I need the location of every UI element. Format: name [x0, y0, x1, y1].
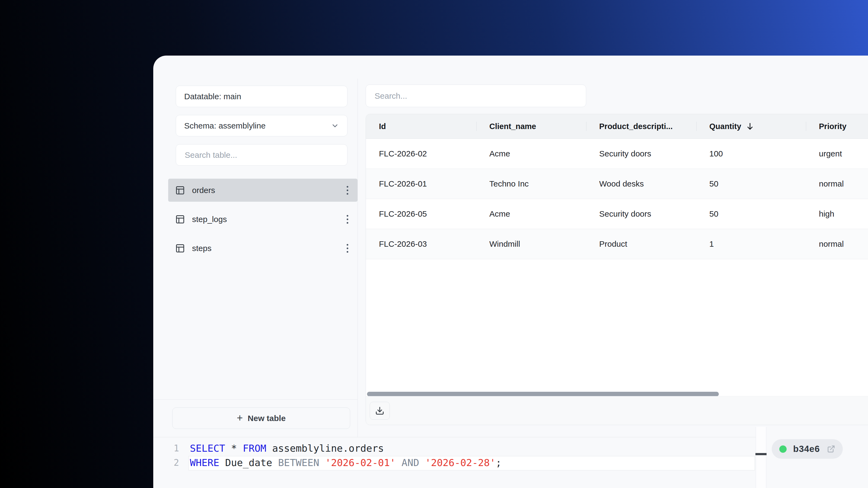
- table-cell[interactable]: Acme: [476, 139, 586, 169]
- table-cell[interactable]: 50: [696, 199, 806, 229]
- sidebar-footer-divider: [153, 399, 358, 400]
- table-cell[interactable]: high: [806, 199, 868, 229]
- sidebar-item-step_logs[interactable]: step_logs: [168, 208, 358, 231]
- table-row: FLC-2026-01Techno IncWood desks50normal: [366, 169, 868, 199]
- new-table-button[interactable]: + New table: [172, 408, 350, 429]
- sidebar-item-label: orders: [192, 186, 346, 195]
- sidebar-item-label: steps: [192, 244, 346, 253]
- line-number: 1: [153, 443, 179, 454]
- kebab-menu-button[interactable]: [346, 214, 349, 225]
- horizontal-scrollbar[interactable]: [367, 392, 719, 396]
- column-label: Quantity: [709, 122, 741, 131]
- download-button[interactable]: [370, 402, 390, 420]
- table-cell[interactable]: Windmill: [476, 229, 586, 259]
- table-cell[interactable]: Security doors: [586, 199, 696, 229]
- table-row: FLC-2026-05AcmeSecurity doors50high: [366, 199, 868, 229]
- table-cell[interactable]: 100: [696, 139, 806, 169]
- column-header-quantity[interactable]: Quantity: [696, 114, 806, 138]
- sql-line: 2WHERE Due_date BETWEEN '2026-02-01' AND…: [153, 455, 756, 470]
- datatable-select-label: Datatable: main: [184, 92, 241, 101]
- grid-body: FLC-2026-02AcmeSecurity doors100urgentFL…: [366, 139, 868, 259]
- table-cell[interactable]: 1: [696, 229, 806, 259]
- table-cell[interactable]: FLC-2026-01: [366, 169, 476, 199]
- kebab-menu-button[interactable]: [346, 242, 349, 254]
- table-cell[interactable]: FLC-2026-02: [366, 139, 476, 169]
- status-badge-label: b34e6: [793, 444, 820, 454]
- table-icon: [175, 215, 185, 224]
- sort-desc-icon: [746, 122, 754, 131]
- table-row: FLC-2026-02AcmeSecurity doors100urgent: [366, 139, 868, 169]
- table-search-input[interactable]: [184, 150, 339, 160]
- download-icon: [375, 406, 384, 415]
- column-header-product-descripti-[interactable]: Product_descripti...: [586, 114, 696, 138]
- data-grid-card: IdClient_nameProduct_descripti...Quantit…: [366, 114, 868, 425]
- sidebar-item-steps[interactable]: steps: [168, 237, 358, 260]
- table-cell[interactable]: FLC-2026-03: [366, 229, 476, 259]
- table-cell[interactable]: urgent: [806, 139, 868, 169]
- column-label: Product_descripti...: [599, 122, 673, 131]
- grid-footer: [366, 396, 868, 425]
- new-table-label: New table: [248, 414, 286, 423]
- table-search-box: [176, 144, 347, 166]
- table-cell[interactable]: Security doors: [586, 139, 696, 169]
- grid-header-row: IdClient_nameProduct_descripti...Quantit…: [366, 114, 868, 139]
- column-header-client-name[interactable]: Client_name: [476, 114, 586, 138]
- sidebar-divider: [358, 78, 358, 437]
- table-row: FLC-2026-03WindmillProduct1normal: [366, 229, 868, 259]
- table-cell[interactable]: normal: [806, 169, 868, 199]
- table-cell[interactable]: Techno Inc: [476, 169, 586, 199]
- table-icon: [175, 186, 185, 195]
- external-link-icon: [827, 445, 835, 453]
- table-cell[interactable]: Acme: [476, 199, 586, 229]
- plus-icon: +: [237, 413, 243, 423]
- table-cell[interactable]: 50: [696, 169, 806, 199]
- sidebar-item-label: step_logs: [192, 215, 346, 224]
- column-header-id[interactable]: Id: [366, 114, 476, 138]
- column-separator: [696, 122, 696, 131]
- chevron-down-icon: [331, 122, 339, 130]
- line-number: 2: [153, 457, 179, 468]
- sql-line: 1SELECT * FROM assemblyline.orders: [153, 441, 756, 455]
- kebab-menu-button[interactable]: [346, 184, 349, 196]
- schema-select-label: Schema: assemblyline: [184, 121, 266, 130]
- status-badge[interactable]: b34e6: [772, 439, 843, 459]
- table-cell[interactable]: Wood desks: [586, 169, 696, 199]
- sql-code: SELECT * FROM assemblyline.orders: [190, 443, 384, 454]
- editor-scroll-handle[interactable]: [755, 453, 767, 455]
- app-window: Datatable: main Schema: assemblyline ord…: [153, 56, 868, 488]
- table-cell[interactable]: normal: [806, 229, 868, 259]
- column-label: Client_name: [489, 122, 536, 131]
- status-dot-icon: [779, 446, 786, 453]
- editor-scroll-lane[interactable]: [756, 427, 766, 488]
- sidebar-item-orders[interactable]: orders: [168, 178, 358, 202]
- schema-select[interactable]: Schema: assemblyline: [176, 115, 347, 136]
- sql-editor[interactable]: 1SELECT * FROM assemblyline.orders2WHERE…: [153, 437, 756, 488]
- table-cell[interactable]: Product: [586, 229, 696, 259]
- sidebar-table-list: orders step_logs steps: [168, 178, 358, 266]
- table-icon: [175, 243, 185, 253]
- datatable-select[interactable]: Datatable: main: [176, 86, 347, 107]
- column-header-priority[interactable]: Priority: [806, 114, 868, 138]
- column-label: Id: [379, 122, 386, 131]
- table-cell[interactable]: FLC-2026-05: [366, 199, 476, 229]
- grid-search-input[interactable]: [366, 85, 586, 107]
- column-label: Priority: [819, 122, 846, 131]
- sql-code: WHERE Due_date BETWEEN '2026-02-01' AND …: [190, 457, 501, 468]
